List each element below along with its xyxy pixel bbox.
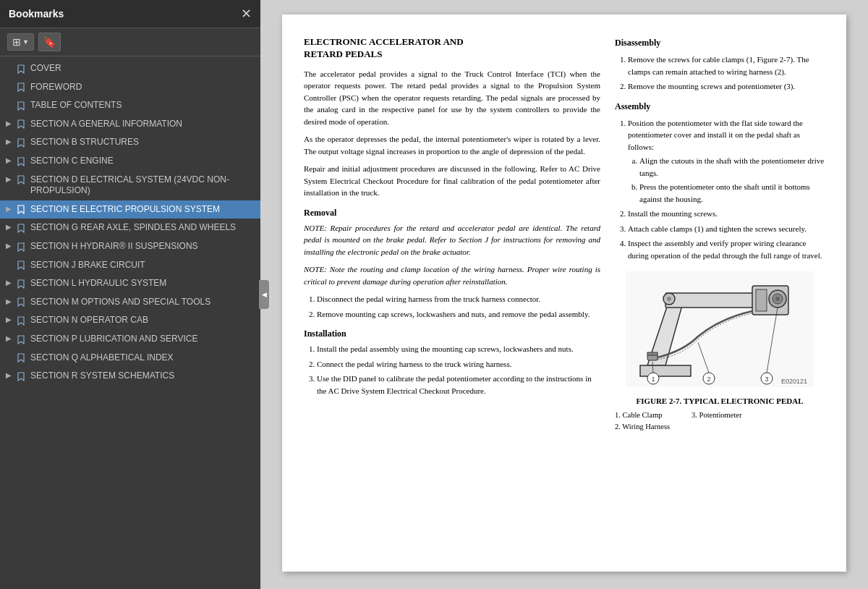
- expand-arrow-icon: ▶: [6, 222, 14, 231]
- disassembly-steps-list: Remove the screws for cable clamps (1, F…: [615, 54, 825, 93]
- installation-steps-list: Install the pedal assembly using the mou…: [304, 343, 600, 397]
- bookmark-label: SECTION B STRUCTURES: [30, 137, 139, 148]
- svg-rect-27: [647, 352, 658, 355]
- note-1: NOTE: Repair procedures for the retard a…: [304, 222, 600, 258]
- removal-heading: Removal: [304, 206, 600, 219]
- main-content: ELECTRONIC ACCELERATOR ANDRETARD PEDALS …: [260, 0, 868, 589]
- disassembly-heading: Disassembly: [615, 36, 825, 49]
- dropdown-chevron-icon: ▼: [22, 38, 29, 46]
- svg-text:3: 3: [765, 376, 768, 383]
- bookmark-icon: [17, 82, 27, 93]
- bookmark-icon-button[interactable]: 🔖: [38, 33, 61, 51]
- svg-marker-5: [18, 158, 24, 166]
- list-item: Remove the screws for cable clamps (1, F…: [628, 54, 825, 77]
- pedal-figure-svg: E020121 1 2 3: [626, 271, 814, 387]
- expand-arrow-icon: ▶: [6, 174, 14, 183]
- sidebar-header: Bookmarks ✕: [0, 0, 260, 28]
- list-item: Align the cutouts in the shaft with the …: [639, 155, 825, 179]
- svg-marker-14: [18, 336, 24, 344]
- expand-arrow-icon: ▶: [6, 315, 14, 323]
- svg-rect-20: [665, 293, 767, 308]
- bookmark-item-sec-b[interactable]: ▶SECTION B STRUCTURES: [0, 133, 260, 152]
- bookmark-item-sec-h[interactable]: ▶SECTION H HYDRAIR® II SUSPENSIONS: [0, 237, 260, 256]
- figure-legend-col-1: 1. Cable Clamp 2. Wiring Harness: [615, 410, 670, 433]
- bookmark-icon: [17, 156, 27, 166]
- expand-arrow-icon: ▶: [6, 297, 14, 305]
- bookmark-icon: [17, 137, 27, 148]
- bookmark-icon: [17, 334, 27, 344]
- sidebar-title: Bookmarks: [9, 8, 64, 20]
- bookmark-label: FOREWORD: [30, 82, 82, 93]
- svg-marker-0: [18, 65, 24, 73]
- bookmark-item-sec-d[interactable]: ▶SECTION D ELECTRICAL SYSTEM (24VDC NON-…: [0, 171, 260, 200]
- expand-arrow-icon: ▶: [6, 204, 14, 213]
- bookmark-item-sec-g[interactable]: ▶SECTION G REAR AXLE, SPINDLES AND WHEEL…: [0, 219, 260, 237]
- bookmark-label: SECTION L HYDRAULIC SYSTEM: [30, 278, 166, 289]
- bookmark-icon: [17, 352, 27, 363]
- bookmark-item-sec-j[interactable]: SECTION J BRAKE CIRCUIT: [0, 256, 260, 275]
- article-body: The accelerator pedal provides a signal …: [304, 68, 600, 397]
- bookmarks-dropdown-button[interactable]: ⊞ ▼: [7, 33, 34, 51]
- list-item: Inspect the assembly and verify proper w…: [628, 237, 825, 261]
- expand-arrow-icon: [6, 260, 14, 260]
- expand-arrow-icon: ▶: [6, 137, 14, 145]
- list-item: Use the DID panel to calibrate the pedal…: [317, 373, 600, 397]
- bookmark-icon: [17, 174, 27, 185]
- paragraph-1: The accelerator pedal provides a signal …: [304, 68, 600, 128]
- expand-arrow-icon: ▶: [6, 334, 14, 342]
- bookmark-label: SECTION N OPERATOR CAB: [30, 315, 148, 326]
- svg-rect-22: [756, 289, 767, 311]
- bookmark-icon: [17, 260, 27, 271]
- expand-arrow-icon: ▶: [6, 241, 14, 250]
- svg-marker-9: [18, 243, 24, 251]
- close-button[interactable]: ✕: [241, 6, 252, 22]
- bookmark-label: COVER: [30, 63, 61, 75]
- expand-arrow-icon: ▶: [6, 119, 14, 127]
- bookmark-item-sec-l[interactable]: ▶SECTION L HYDRAULIC SYSTEM: [0, 274, 260, 293]
- bookmark-icon: [17, 278, 27, 289]
- figure-legend: 1. Cable Clamp 2. Wiring Harness 3. Pote…: [615, 410, 825, 433]
- list-item: Position the potentiometer with the flat…: [628, 117, 825, 205]
- bookmark-item-sec-p[interactable]: ▶SECTION P LUBRICATION AND SERVICE: [0, 330, 260, 349]
- article-title: ELECTRONIC ACCELERATOR ANDRETARD PEDALS: [304, 36, 600, 61]
- sidebar-collapse-handle[interactable]: ◀: [259, 280, 269, 309]
- removal-steps-list: Disconnect the pedal wiring harness from…: [304, 293, 600, 320]
- bookmark-label: SECTION R SYSTEM SCHEMATICS: [30, 370, 174, 382]
- chevron-left-icon: ◀: [262, 291, 267, 298]
- bookmark-label: SECTION J BRAKE CIRCUIT: [30, 260, 145, 271]
- bookmark-label: SECTION M OPTIONS AND SPECIAL TOOLS: [30, 297, 210, 308]
- svg-marker-7: [18, 205, 24, 213]
- svg-marker-4: [18, 139, 24, 147]
- bookmark-item-sec-e[interactable]: ▶SECTION E ELECTRIC PROPULSION SYSTEM: [0, 200, 260, 219]
- bookmark-label: SECTION A GENERAL INFORMATION: [30, 119, 182, 130]
- bookmark-item-cover[interactable]: COVER: [0, 59, 260, 78]
- bookmark-item-sec-a[interactable]: ▶SECTION A GENERAL INFORMATION: [0, 115, 260, 134]
- bookmark-item-foreword[interactable]: FOREWORD: [0, 78, 260, 97]
- svg-marker-1: [18, 83, 24, 91]
- list-item: Install the mounting screws.: [628, 208, 825, 220]
- svg-text:1: 1: [651, 376, 655, 383]
- expand-arrow-icon: [6, 82, 14, 82]
- bookmark-item-sec-q[interactable]: SECTION Q ALPHABETICAL INDEX: [0, 349, 260, 368]
- svg-point-29: [667, 297, 671, 301]
- expand-arrow-icon: ▶: [6, 370, 14, 379]
- right-column: Disassembly Remove the screws for cable …: [615, 36, 825, 550]
- bookmark-label: SECTION P LUBRICATION AND SERVICE: [30, 334, 197, 345]
- bookmark-item-sec-r[interactable]: ▶SECTION R SYSTEM SCHEMATICS: [0, 367, 260, 386]
- paragraph-3: Repair and initial adjustment procedures…: [304, 163, 600, 199]
- grid-icon: ⊞: [12, 36, 21, 48]
- document-page: ELECTRONIC ACCELERATOR ANDRETARD PEDALS …: [282, 14, 846, 572]
- assembly-steps-list: Position the potentiometer with the flat…: [615, 117, 825, 262]
- list-item: Disconnect the pedal wiring harness from…: [317, 293, 600, 305]
- installation-heading: Installation: [304, 327, 600, 340]
- legend-item-3: 3. Potentiometer: [692, 410, 741, 421]
- bookmark-item-sec-c[interactable]: ▶SECTION C ENGINE: [0, 152, 260, 171]
- list-item: Install the pedal assembly using the mou…: [317, 343, 600, 355]
- bookmark-label: SECTION C ENGINE: [30, 156, 114, 167]
- bookmark-item-sec-n[interactable]: ▶SECTION N OPERATOR CAB: [0, 311, 260, 330]
- svg-marker-10: [18, 261, 24, 269]
- bookmark-item-toc[interactable]: TABLE OF CONTENTS: [0, 96, 260, 115]
- list-item: Connect the pedal wiring harness to the …: [317, 358, 600, 370]
- bookmark-item-sec-m[interactable]: ▶SECTION M OPTIONS AND SPECIAL TOOLS: [0, 293, 260, 312]
- bookmark-icon: [17, 63, 27, 74]
